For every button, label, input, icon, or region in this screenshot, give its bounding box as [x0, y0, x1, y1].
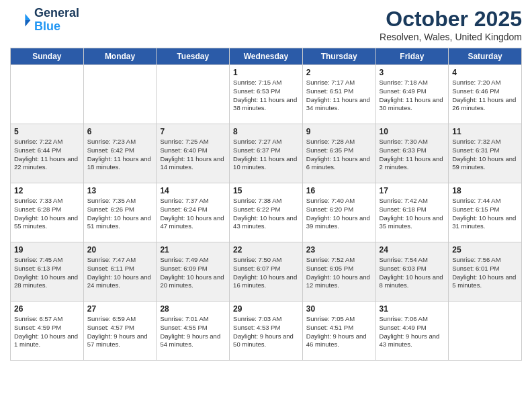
cell-content: Sunrise: 7:28 AM Sunset: 6:35 PM Dayligh… [306, 138, 372, 172]
calendar-cell: 19Sunrise: 7:45 AM Sunset: 6:13 PM Dayli… [11, 242, 84, 302]
col-friday: Friday [375, 48, 449, 65]
cell-content: Sunrise: 7:15 AM Sunset: 6:53 PM Dayligh… [233, 79, 299, 113]
col-tuesday: Tuesday [157, 48, 230, 65]
day-number: 22 [233, 245, 299, 255]
day-number: 13 [87, 186, 153, 195]
week-row-5: 26Sunrise: 6:57 AM Sunset: 4:59 PM Dayli… [11, 302, 522, 361]
day-number: 2 [306, 68, 372, 77]
cell-content: Sunrise: 7:23 AM Sunset: 6:42 PM Dayligh… [87, 138, 153, 172]
day-number: 15 [233, 186, 299, 195]
day-number: 24 [380, 245, 445, 255]
calendar-cell: 8Sunrise: 7:27 AM Sunset: 6:37 PM Daylig… [230, 124, 303, 183]
calendar-cell: 10Sunrise: 7:30 AM Sunset: 6:33 PM Dayli… [375, 124, 449, 183]
day-number: 16 [306, 186, 372, 195]
col-wednesday: Wednesday [230, 48, 303, 65]
col-monday: Monday [83, 48, 157, 65]
week-row-3: 12Sunrise: 7:33 AM Sunset: 6:28 PM Dayli… [11, 183, 522, 242]
calendar-cell: 24Sunrise: 7:54 AM Sunset: 6:03 PM Dayli… [375, 242, 449, 302]
calendar-cell: 13Sunrise: 7:35 AM Sunset: 6:26 PM Dayli… [83, 183, 157, 242]
cell-content: Sunrise: 7:33 AM Sunset: 6:28 PM Dayligh… [14, 197, 80, 231]
day-number: 9 [306, 127, 372, 136]
logo-icon [10, 9, 32, 31]
cell-content: Sunrise: 7:25 AM Sunset: 6:40 PM Dayligh… [160, 138, 226, 172]
calendar-cell: 26Sunrise: 6:57 AM Sunset: 4:59 PM Dayli… [11, 302, 84, 361]
day-number: 25 [452, 245, 518, 255]
svg-marker-0 [25, 13, 30, 20]
day-number: 4 [452, 68, 518, 77]
month-title: October 2025 [380, 7, 522, 32]
calendar-cell: 23Sunrise: 7:52 AM Sunset: 6:05 PM Dayli… [302, 242, 375, 302]
calendar-cell: 4Sunrise: 7:20 AM Sunset: 6:46 PM Daylig… [449, 65, 522, 124]
calendar-cell: 3Sunrise: 7:18 AM Sunset: 6:49 PM Daylig… [375, 65, 449, 124]
day-number: 27 [87, 304, 153, 314]
calendar-cell: 27Sunrise: 6:59 AM Sunset: 4:57 PM Dayli… [83, 302, 157, 361]
cell-content: Sunrise: 7:52 AM Sunset: 6:05 PM Dayligh… [306, 256, 372, 290]
day-number: 29 [233, 304, 299, 314]
location: Resolven, Wales, United Kingdom [380, 32, 522, 42]
cell-content: Sunrise: 7:38 AM Sunset: 6:22 PM Dayligh… [233, 197, 299, 231]
day-number: 7 [160, 127, 226, 136]
calendar-cell: 18Sunrise: 7:44 AM Sunset: 6:15 PM Dayli… [449, 183, 522, 242]
day-number: 31 [380, 304, 445, 314]
cell-content: Sunrise: 7:37 AM Sunset: 6:24 PM Dayligh… [160, 197, 226, 231]
calendar-cell [449, 302, 522, 361]
day-number: 23 [306, 245, 372, 255]
calendar-cell: 16Sunrise: 7:40 AM Sunset: 6:20 PM Dayli… [302, 183, 375, 242]
calendar-table: Sunday Monday Tuesday Wednesday Thursday… [10, 48, 522, 361]
logo: General Blue [10, 7, 79, 34]
cell-content: Sunrise: 6:57 AM Sunset: 4:59 PM Dayligh… [14, 315, 80, 349]
cell-content: Sunrise: 7:44 AM Sunset: 6:15 PM Dayligh… [452, 197, 518, 231]
day-number: 3 [380, 68, 445, 77]
calendar-cell: 17Sunrise: 7:42 AM Sunset: 6:18 PM Dayli… [375, 183, 449, 242]
day-number: 21 [160, 245, 226, 255]
calendar-cell: 7Sunrise: 7:25 AM Sunset: 6:40 PM Daylig… [157, 124, 230, 183]
header: General Blue October 2025 Resolven, Wale… [10, 7, 522, 42]
page-container: General Blue October 2025 Resolven, Wale… [0, 0, 532, 367]
col-thursday: Thursday [302, 48, 375, 65]
week-row-4: 19Sunrise: 7:45 AM Sunset: 6:13 PM Dayli… [11, 242, 522, 302]
calendar-cell: 25Sunrise: 7:56 AM Sunset: 6:01 PM Dayli… [449, 242, 522, 302]
col-saturday: Saturday [449, 48, 522, 65]
logo-text: General Blue [34, 7, 79, 34]
calendar-cell: 20Sunrise: 7:47 AM Sunset: 6:11 PM Dayli… [83, 242, 157, 302]
calendar-cell: 11Sunrise: 7:32 AM Sunset: 6:31 PM Dayli… [449, 124, 522, 183]
day-number: 8 [233, 127, 299, 136]
cell-content: Sunrise: 7:50 AM Sunset: 6:07 PM Dayligh… [233, 256, 299, 290]
calendar-cell: 1Sunrise: 7:15 AM Sunset: 6:53 PM Daylig… [230, 65, 303, 124]
cell-content: Sunrise: 7:22 AM Sunset: 6:44 PM Dayligh… [14, 138, 80, 172]
cell-content: Sunrise: 7:32 AM Sunset: 6:31 PM Dayligh… [452, 138, 518, 172]
logo-blue: Blue [34, 19, 60, 33]
day-number: 14 [160, 186, 226, 195]
cell-content: Sunrise: 7:06 AM Sunset: 4:49 PM Dayligh… [380, 315, 445, 349]
day-number: 17 [380, 186, 445, 195]
day-number: 12 [14, 186, 80, 195]
cell-content: Sunrise: 6:59 AM Sunset: 4:57 PM Dayligh… [87, 315, 153, 349]
cell-content: Sunrise: 7:56 AM Sunset: 6:01 PM Dayligh… [452, 256, 518, 290]
calendar-cell [83, 65, 157, 124]
day-number: 1 [233, 68, 299, 77]
calendar-cell: 31Sunrise: 7:06 AM Sunset: 4:49 PM Dayli… [375, 302, 449, 361]
day-number: 19 [14, 245, 80, 255]
cell-content: Sunrise: 7:17 AM Sunset: 6:51 PM Dayligh… [306, 79, 372, 113]
calendar-cell: 22Sunrise: 7:50 AM Sunset: 6:07 PM Dayli… [230, 242, 303, 302]
cell-content: Sunrise: 7:05 AM Sunset: 4:51 PM Dayligh… [306, 315, 372, 349]
logo-general: General [34, 6, 79, 19]
cell-content: Sunrise: 7:01 AM Sunset: 4:55 PM Dayligh… [160, 315, 226, 349]
cell-content: Sunrise: 7:40 AM Sunset: 6:20 PM Dayligh… [306, 197, 372, 231]
cell-content: Sunrise: 7:42 AM Sunset: 6:18 PM Dayligh… [380, 197, 445, 231]
calendar-cell: 9Sunrise: 7:28 AM Sunset: 6:35 PM Daylig… [302, 124, 375, 183]
calendar-cell: 29Sunrise: 7:03 AM Sunset: 4:53 PM Dayli… [230, 302, 303, 361]
calendar-cell: 5Sunrise: 7:22 AM Sunset: 6:44 PM Daylig… [11, 124, 84, 183]
calendar-cell [11, 65, 84, 124]
svg-marker-1 [25, 20, 30, 27]
day-number: 20 [87, 245, 153, 255]
day-number: 26 [14, 304, 80, 314]
cell-content: Sunrise: 7:54 AM Sunset: 6:03 PM Dayligh… [380, 256, 445, 290]
day-number: 5 [14, 127, 80, 136]
col-sunday: Sunday [11, 48, 84, 65]
day-number: 11 [452, 127, 518, 136]
week-row-2: 5Sunrise: 7:22 AM Sunset: 6:44 PM Daylig… [11, 124, 522, 183]
calendar-cell: 6Sunrise: 7:23 AM Sunset: 6:42 PM Daylig… [83, 124, 157, 183]
cell-content: Sunrise: 7:27 AM Sunset: 6:37 PM Dayligh… [233, 138, 299, 172]
day-number: 6 [87, 127, 153, 136]
